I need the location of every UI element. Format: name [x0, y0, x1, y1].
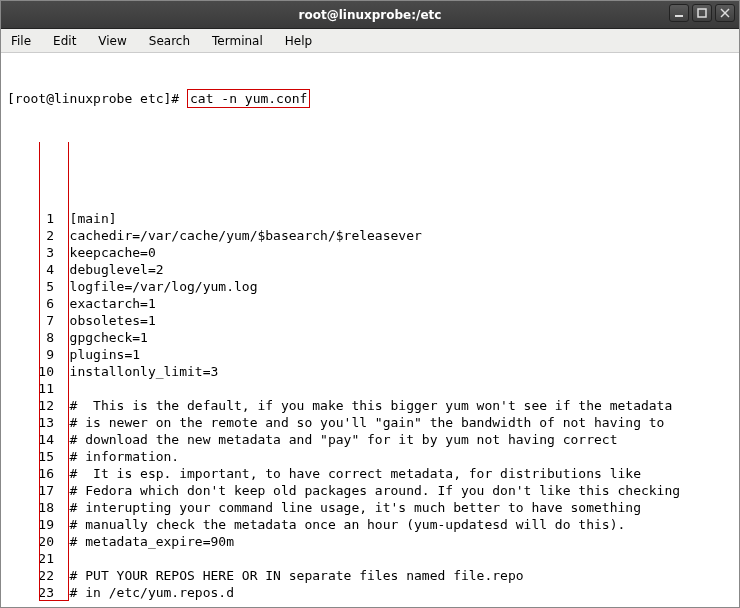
output-line: 17 # Fedora which don't keep old package… [7, 482, 733, 499]
shell-prompt: [root@linuxprobe etc]# [7, 91, 187, 106]
command-output: 1 [main] 2 cachedir=/var/cache/yum/$base… [7, 142, 733, 601]
line-number-highlight-box [39, 142, 69, 601]
window-controls [669, 4, 735, 22]
menu-help[interactable]: Help [281, 32, 316, 50]
output-line: 3 keepcache=0 [7, 244, 733, 261]
window-title: root@linuxprobe:/etc [1, 8, 739, 22]
output-line: 14 # download the new metadata and "pay"… [7, 431, 733, 448]
menu-terminal[interactable]: Terminal [208, 32, 267, 50]
output-line: 22 # PUT YOUR REPOS HERE OR IN separate … [7, 567, 733, 584]
close-button[interactable] [715, 4, 735, 22]
output-line: 20 # metadata_expire=90m [7, 533, 733, 550]
output-line: 15 # information. [7, 448, 733, 465]
minimize-button[interactable] [669, 4, 689, 22]
prompt-line-1: [root@linuxprobe etc]# cat -n yum.conf [7, 89, 733, 108]
menu-search[interactable]: Search [145, 32, 194, 50]
output-line: 10 installonly_limit=3 [7, 363, 733, 380]
maximize-button[interactable] [692, 4, 712, 22]
window-titlebar: root@linuxprobe:/etc [1, 1, 739, 29]
output-line: 16 # It is esp. important, to have corre… [7, 465, 733, 482]
output-line: 11 [7, 380, 733, 397]
output-line: 7 obsoletes=1 [7, 312, 733, 329]
menu-view[interactable]: View [94, 32, 130, 50]
output-line: 23 # in /etc/yum.repos.d [7, 584, 733, 601]
menu-file[interactable]: File [7, 32, 35, 50]
menu-bar: File Edit View Search Terminal Help [1, 29, 739, 53]
output-line: 12 # This is the default, if you make th… [7, 397, 733, 414]
output-line: 4 debuglevel=2 [7, 261, 733, 278]
menu-edit[interactable]: Edit [49, 32, 80, 50]
output-line: 6 exactarch=1 [7, 295, 733, 312]
output-line: 5 logfile=/var/log/yum.log [7, 278, 733, 295]
terminal-output[interactable]: [root@linuxprobe etc]# cat -n yum.conf 1… [1, 53, 739, 608]
output-line: 9 plugins=1 [7, 346, 733, 363]
highlighted-command: cat -n yum.conf [187, 89, 310, 108]
output-line: 18 # interupting your command line usage… [7, 499, 733, 516]
output-line: 2 cachedir=/var/cache/yum/$basearch/$rel… [7, 227, 733, 244]
output-line: 1 [main] [7, 210, 733, 227]
line-number-highlight-bottom [39, 600, 69, 601]
output-line: 19 # manually check the metadata once an… [7, 516, 733, 533]
output-line: 13 # is newer on the remote and so you'l… [7, 414, 733, 431]
svg-rect-1 [698, 9, 706, 17]
output-line: 21 [7, 550, 733, 567]
output-line: 8 gpgcheck=1 [7, 329, 733, 346]
